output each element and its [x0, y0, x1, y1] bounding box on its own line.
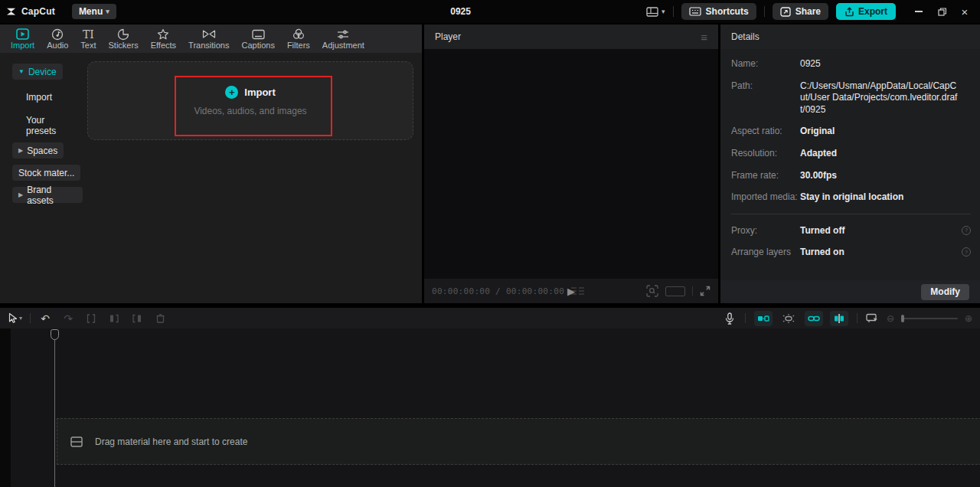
stickers-icon	[117, 28, 129, 41]
undo-button[interactable]: ↶	[38, 311, 52, 326]
import-icon	[16, 28, 29, 41]
keyboard-icon	[689, 7, 701, 16]
split-button[interactable]	[84, 311, 98, 326]
divider	[764, 6, 765, 17]
cursor-icon	[8, 312, 18, 324]
detail-row-aspect-ratio: Aspect ratio: Original	[731, 126, 971, 138]
fit-frame-icon[interactable]	[646, 285, 658, 297]
caret-right-icon: ▶	[18, 191, 23, 198]
export-icon	[844, 7, 854, 17]
menu-button[interactable]: Menu ▾	[72, 4, 116, 19]
zoom-in-button[interactable]: ⊕	[965, 313, 972, 324]
player-panel: Player ≡ 00:00:00:00 / 00:00:00:00 ▶	[424, 25, 718, 303]
help-icon[interactable]: ?	[962, 226, 971, 235]
layout-switcher-button[interactable]: ▾	[646, 7, 665, 17]
delete-button[interactable]	[153, 311, 167, 326]
preview-axis-button[interactable]	[866, 311, 880, 326]
sidebar-item-your-presets[interactable]: Your presets	[20, 117, 83, 133]
capcut-logo-icon	[6, 7, 18, 17]
caret-right-icon: ▶	[18, 147, 23, 154]
timeline[interactable]: Drag material here and start to create	[0, 328, 980, 487]
restore-button[interactable]	[933, 3, 951, 20]
capcut-window: CapCut Menu ▾ 0925 ▾	[0, 0, 980, 487]
modify-button[interactable]: Modify	[921, 284, 969, 300]
divider	[857, 313, 858, 323]
tab-audio[interactable]: Audio	[41, 26, 74, 51]
select-tool-button[interactable]: ▾	[8, 311, 22, 326]
tab-text[interactable]: TI Text	[74, 26, 102, 51]
delete-right-icon	[132, 313, 142, 324]
detail-row-imported-media: Imported media: Stay in original locatio…	[731, 191, 971, 204]
tab-filters[interactable]: Filters	[281, 26, 316, 51]
divider	[30, 313, 31, 323]
tab-captions[interactable]: Captions	[235, 26, 280, 51]
audio-icon	[51, 28, 64, 41]
captions-icon	[252, 28, 265, 41]
sidebar-item-spaces[interactable]: ▶ Spaces	[12, 142, 64, 159]
magnet-icon	[757, 315, 769, 322]
shortcuts-button[interactable]: Shortcuts	[681, 3, 756, 20]
effects-icon	[157, 28, 169, 41]
adjustment-icon	[337, 28, 349, 41]
hamburger-icon[interactable]: ≡	[701, 31, 707, 44]
share-icon	[780, 7, 791, 17]
detail-row-path: Path: C:/Users/Usman/AppData/Local/CapCu…	[731, 80, 971, 116]
details-footer: Modify	[720, 280, 980, 303]
minimize-button[interactable]	[910, 3, 928, 20]
main-track-dropzone[interactable]: Drag material here and start to create	[57, 418, 980, 465]
divider	[745, 313, 746, 323]
playhead-line	[54, 339, 55, 487]
divider	[673, 6, 674, 17]
mic-icon	[725, 312, 734, 325]
chevron-down-icon: ▾	[19, 315, 22, 322]
zoom-slider-handle[interactable]	[901, 315, 904, 322]
sidebar-item-stock-material[interactable]: Stock mater...	[12, 165, 80, 181]
ratio-selector[interactable]	[665, 286, 685, 296]
delete-right-button[interactable]	[130, 311, 144, 326]
import-subtitle: Videos, audios, and images	[194, 106, 306, 116]
share-button[interactable]: Share	[773, 3, 828, 20]
playhead-handle[interactable]	[51, 329, 59, 340]
play-button[interactable]: ▶	[567, 286, 575, 297]
fullscreen-icon[interactable]	[700, 286, 710, 296]
tab-adjustment[interactable]: Adjustment	[316, 26, 371, 51]
import-title: Import	[244, 87, 275, 98]
tab-effects[interactable]: Effects	[145, 26, 182, 51]
import-dropzone[interactable]: + Import Videos, audios, and images	[87, 61, 413, 140]
layout-icon	[646, 7, 658, 17]
details-header: Details	[720, 25, 980, 49]
detail-row-resolution: Resolution: Adapted	[731, 148, 971, 160]
link-clips-toggle[interactable]	[805, 311, 823, 326]
chevron-down-icon: ▾	[106, 8, 109, 15]
close-button[interactable]: ×	[956, 3, 974, 20]
detail-row-proxy: Proxy: Turned off ?	[731, 225, 971, 237]
delete-left-icon	[109, 313, 119, 324]
undo-icon: ↶	[41, 313, 50, 324]
main-track-magnet-toggle[interactable]	[754, 311, 773, 326]
detail-row-frame-rate: Frame rate: 30.00fps	[731, 170, 971, 182]
record-voiceover-button[interactable]	[723, 311, 737, 326]
split-align-icon	[834, 314, 844, 323]
sidebar-item-import[interactable]: Import	[20, 89, 58, 105]
capcut-logo: CapCut	[6, 6, 55, 17]
tab-import[interactable]: Import	[5, 26, 41, 51]
sidebar-item-brand-assets[interactable]: ▶ Brand assets	[12, 187, 83, 203]
timeline-zoom-slider[interactable]	[901, 318, 958, 319]
filters-icon	[292, 28, 305, 41]
redo-button[interactable]: ↷	[61, 311, 75, 326]
delete-icon	[155, 313, 165, 324]
export-button[interactable]: Export	[836, 3, 896, 20]
project-title: 0925	[450, 6, 471, 17]
details-panel: Details Name: 0925 Path: C:/Users/Usman/…	[720, 25, 980, 303]
tab-stickers[interactable]: Stickers	[103, 26, 145, 51]
divider	[731, 214, 971, 214]
minimize-icon	[915, 11, 923, 11]
split-preview-toggle[interactable]	[830, 311, 848, 326]
media-icon	[70, 436, 83, 447]
zoom-out-button[interactable]: ⊖	[887, 313, 894, 324]
timeline-toolbar: ▾ ↶ ↷	[0, 308, 980, 328]
tab-transitions[interactable]: Transitions	[182, 26, 235, 51]
sidebar-item-device[interactable]: ▼ Device	[12, 64, 63, 80]
delete-left-button[interactable]	[107, 311, 121, 326]
auto-linkage-toggle[interactable]	[779, 311, 798, 326]
